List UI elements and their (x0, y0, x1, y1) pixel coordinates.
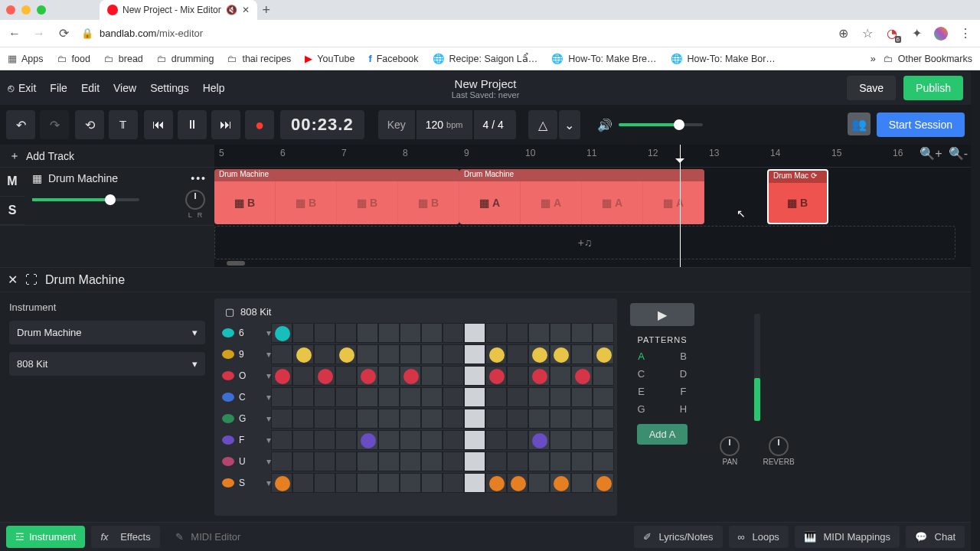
bookmark-youtube[interactable]: ▶YouTube (305, 53, 354, 64)
extension-icon[interactable]: ◔6 (885, 27, 899, 41)
drum-cell[interactable] (507, 323, 528, 343)
drum-cell[interactable] (571, 430, 593, 450)
drum-cell[interactable] (550, 452, 571, 471)
menu-edit[interactable]: Edit (81, 82, 100, 94)
tempo-selector[interactable]: 120bpm (416, 110, 472, 139)
url-input[interactable]: 🔒 bandlab.com/mix-editor (81, 28, 825, 39)
drum-cell[interactable] (335, 452, 357, 471)
window-max-icon[interactable] (37, 5, 46, 15)
bookmark-thai[interactable]: 🗀thai recipes (227, 54, 291, 64)
drum-cell[interactable] (507, 366, 528, 386)
drum-cell[interactable] (292, 387, 314, 407)
drum-cell[interactable] (421, 409, 443, 429)
save-button[interactable]: Save (847, 76, 896, 100)
bookmark-apps[interactable]: ▦Apps (8, 53, 44, 64)
window-min-icon[interactable] (21, 5, 31, 15)
browser-tab[interactable]: New Project - Mix Editor 🔇 ✕ (100, 0, 257, 20)
extensions-puzzle-icon[interactable]: ✦ (910, 27, 923, 41)
clip[interactable]: Drum Machine▦A▦A▦A▦A (459, 169, 704, 224)
drum-cell[interactable] (378, 344, 400, 364)
drum-cell[interactable] (550, 430, 571, 450)
pattern-play-button[interactable]: ▶ (630, 303, 694, 326)
timesig-selector[interactable]: 4 / 4 (474, 110, 516, 139)
drum-cell[interactable] (528, 409, 550, 429)
drum-cell[interactable] (271, 323, 292, 343)
browser-menu-icon[interactable]: ⋮ (959, 27, 972, 41)
drum-cell[interactable] (550, 366, 571, 386)
drum-cell[interactable] (485, 473, 507, 493)
pause-button[interactable]: ⏸ (178, 110, 207, 139)
bookmark-recipe[interactable]: 🌐Recipe: Saigon Lẩ… (433, 53, 538, 64)
bookmark-overflow-icon[interactable]: » (871, 54, 876, 64)
track-pan-knob[interactable]: L R (185, 190, 205, 219)
tab-midi-mappings[interactable]: 🎹 MIDI Mappings (795, 526, 900, 548)
master-volume-slider[interactable] (619, 123, 703, 126)
drum-cell[interactable] (314, 409, 335, 429)
bookmark-food[interactable]: 🗀food (57, 54, 90, 64)
drum-cell[interactable] (271, 430, 292, 450)
drum-cell[interactable] (464, 409, 485, 429)
drum-cell[interactable] (400, 409, 421, 429)
volume-icon[interactable]: 🔊 (597, 118, 612, 132)
snap-button[interactable]: ⫪ (109, 110, 138, 139)
drum-cell[interactable] (357, 387, 378, 407)
drum-cell[interactable] (271, 473, 292, 493)
loop-button[interactable]: ⟲ (75, 110, 104, 139)
drum-cell[interactable] (571, 366, 593, 386)
drum-cell[interactable] (421, 344, 443, 364)
drum-cell[interactable] (335, 323, 357, 343)
drum-cell[interactable] (400, 366, 421, 386)
clip[interactable]: Drum Mac ⟳▦B (767, 169, 828, 224)
drum-cell[interactable] (507, 387, 528, 407)
drum-row-label[interactable]: G▾ (217, 413, 271, 424)
skip-end-button[interactable]: ⏭ (211, 110, 240, 139)
drum-row-label[interactable]: O▾ (217, 370, 271, 381)
track-menu-icon[interactable]: ••• (191, 172, 207, 184)
drum-cell[interactable] (314, 473, 335, 493)
drum-cell[interactable] (292, 430, 314, 450)
drum-cell[interactable] (571, 473, 593, 493)
reload-button[interactable]: ⟳ (57, 26, 70, 41)
skip-start-button[interactable]: ⏮ (144, 110, 173, 139)
drum-cell[interactable] (292, 344, 314, 364)
zoom-out-button[interactable]: 🔍- (949, 146, 968, 161)
undo-button[interactable]: ↶ (6, 110, 35, 139)
drum-cell[interactable] (378, 452, 400, 471)
drum-cell[interactable] (571, 409, 593, 429)
horizontal-scrollbar[interactable] (214, 259, 971, 267)
instrument-select[interactable]: Drum Machine▾ (9, 321, 205, 344)
drum-cell[interactable] (443, 473, 464, 493)
other-bookmarks[interactable]: 🗀Other Bookmarks (884, 54, 972, 64)
drum-cell[interactable] (421, 366, 443, 386)
pattern-slot[interactable]: D (670, 368, 697, 380)
new-tab-button[interactable]: + (257, 2, 276, 18)
drum-cell[interactable] (400, 387, 421, 407)
drum-cell[interactable] (593, 452, 614, 471)
pattern-slot[interactable]: E (628, 386, 655, 397)
drum-cell[interactable] (593, 473, 614, 493)
drum-cell[interactable] (271, 344, 292, 364)
drum-cell[interactable] (357, 409, 378, 429)
mute-button[interactable]: M (0, 168, 24, 197)
drum-cell[interactable] (443, 387, 464, 407)
solo-button[interactable]: S (0, 197, 24, 226)
drum-cell[interactable] (528, 430, 550, 450)
pattern-slot[interactable]: G (628, 403, 655, 415)
drum-cell[interactable] (571, 323, 593, 343)
drum-cell[interactable] (314, 344, 335, 364)
drum-cell[interactable] (443, 344, 464, 364)
menu-settings[interactable]: Settings (150, 82, 189, 94)
drum-cell[interactable] (314, 323, 335, 343)
drum-cell[interactable] (485, 430, 507, 450)
drum-cell[interactable] (485, 387, 507, 407)
pattern-slot[interactable]: H (670, 403, 697, 415)
clip[interactable]: Drum Machine▦B▦B▦B▦B (214, 169, 459, 224)
drum-cell[interactable] (400, 344, 421, 364)
drum-cell[interactable] (271, 409, 292, 429)
drum-row-label[interactable]: U▾ (217, 456, 271, 467)
profile-avatar[interactable] (934, 27, 948, 41)
window-close-icon[interactable] (6, 5, 15, 15)
drum-cell[interactable] (314, 387, 335, 407)
record-button[interactable]: ● (245, 110, 274, 139)
drum-cell[interactable] (485, 366, 507, 386)
